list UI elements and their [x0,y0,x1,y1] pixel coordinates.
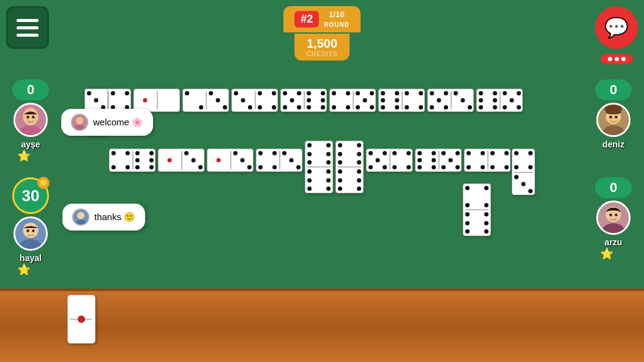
ayse-name: ayşe [21,139,40,149]
svg-point-12 [615,116,617,118]
domino-tile-r2-2[interactable] [158,149,204,172]
hayal-coin: 🪙 [37,177,50,189]
deniz-name: deniz [602,139,624,149]
hayal-star: ⭐ [17,263,31,276]
welcome-chat-bubble: welcome 🌸 [61,109,153,136]
ayse-score-bubble: 0 [12,79,49,100]
chat-hayal-avatar [72,209,89,226]
round-badge: #2 1/10 ROUND [283,6,361,32]
domino-tile-7[interactable] [378,89,425,112]
domino-tile-r2-4[interactable] [256,149,302,172]
wood-tray [0,289,644,362]
player-arzu: 0 arzu ⭐ [595,177,632,247]
arzu-name: arzu [605,237,623,247]
svg-point-17 [32,229,34,232]
deniz-score: 0 [610,82,617,98]
domino-tile-4[interactable] [231,89,278,112]
game-board: #2 1/10 ROUND 1,500 CREDITS 💬 0 [0,0,644,362]
rank-badge: #2 [294,11,319,28]
domino-tile-r2-6[interactable] [415,149,462,172]
hayal-timer: 30 [22,187,40,205]
hayal-avatar [13,216,48,251]
chat-button[interactable]: 💬 [595,6,638,49]
menu-line-2 [17,26,39,29]
domino-tile-r2-3[interactable] [207,149,253,172]
domino-tile-8[interactable] [427,89,474,112]
domino-tile-9[interactable] [476,89,523,112]
credits-badge: 1,500 CREDITS [294,34,350,61]
menu-line-3 [17,34,39,37]
credits-value: 1,500 [307,37,338,51]
domino-tile-right-v[interactable] [512,149,535,195]
svg-point-4 [26,116,29,118]
header: #2 1/10 ROUND 1,500 CREDITS 💬 [0,0,644,67]
hayal-timer-bubble: 🪙 30 [12,177,49,214]
player-deniz: 0 deniz [595,79,632,149]
svg-point-24 [76,117,83,124]
thanks-message: thanks 🙂 [94,212,135,223]
player-ayse: 0 ayşe ⭐ [12,79,49,149]
credits-label: CREDITS [307,51,338,57]
svg-point-9 [605,105,623,113]
arzu-avatar [596,201,631,235]
deniz-avatar [596,103,631,137]
svg-point-22 [615,213,617,216]
welcome-message: welcome 🌸 [93,117,143,128]
ayse-score: 0 [27,82,34,98]
domino-tile-double1[interactable] [305,141,333,193]
arzu-score: 0 [610,180,617,196]
domino-tile-6[interactable] [329,89,376,112]
hayal-name: hayal [20,253,42,263]
round-text: 1/10 ROUND [324,10,350,29]
hand-tile[interactable] [67,295,95,344]
menu-button[interactable] [6,6,49,49]
svg-point-5 [32,116,34,118]
player-hayal: 🪙 30 hayal ⭐ [12,177,49,263]
ayse-avatar [13,103,48,137]
domino-tile-double2[interactable] [335,141,364,193]
domino-tile-r2-1[interactable] [109,149,155,172]
domino-tile-r2-5[interactable] [366,149,413,172]
svg-point-11 [609,116,612,118]
domino-tile-r2-7[interactable] [464,149,511,172]
chat-ayse-avatar [71,114,88,131]
domino-tile-br-double[interactable] [463,183,491,236]
ayse-star: ⭐ [17,149,31,163]
domino-tile-3[interactable] [182,89,229,112]
domino-tile-5[interactable] [280,89,327,112]
svg-point-27 [77,212,84,219]
arzu-star: ⭐ [600,247,613,260]
deniz-score-bubble: 0 [595,79,632,100]
svg-point-16 [26,229,29,232]
arzu-score-bubble: 0 [595,177,632,198]
score-panel: #2 1/10 ROUND 1,500 CREDITS [283,6,361,61]
thanks-chat-bubble: thanks 🙂 [62,204,145,231]
svg-point-21 [609,213,612,216]
menu-line-1 [17,19,39,22]
